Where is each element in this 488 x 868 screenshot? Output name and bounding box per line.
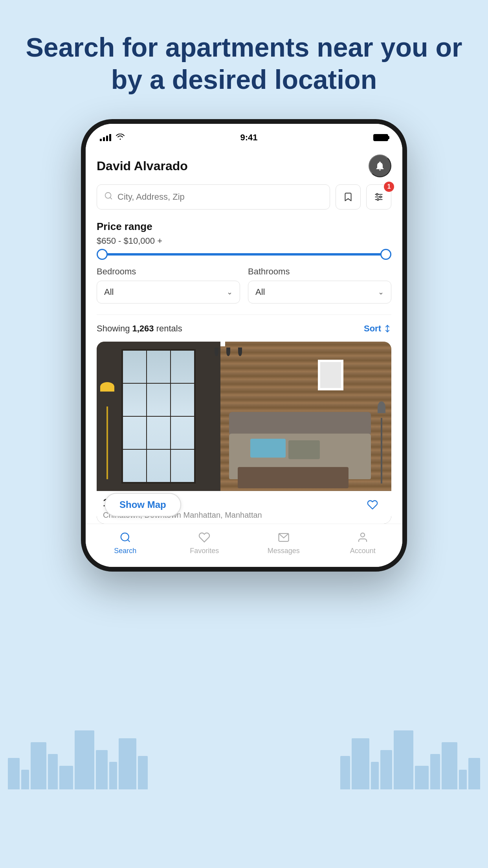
bedrooms-value: All: [104, 287, 114, 297]
wall-decor-2: [318, 360, 343, 390]
wall-decor-1: [220, 342, 225, 346]
property-card[interactable]: Show Map 1 Astor Place Chinatown, Downto…: [97, 342, 391, 524]
bathrooms-select[interactable]: All ⌄: [248, 281, 391, 303]
bathrooms-filter: Bathrooms All ⌄: [248, 267, 391, 303]
show-map-button[interactable]: Show Map: [105, 493, 181, 517]
wifi-icon: [116, 134, 125, 142]
search-input-wrap[interactable]: [97, 184, 330, 210]
listings-count: 1,263: [132, 324, 154, 333]
favorite-button[interactable]: [361, 494, 383, 516]
showing-row: Showing 1,263 rentals Sort: [97, 324, 391, 334]
filter-row: Bedrooms All ⌄ Bathrooms All ⌄: [97, 267, 391, 303]
messages-nav-icon: [277, 530, 291, 544]
nav-item-favorites[interactable]: Favorites: [165, 530, 244, 555]
battery-icon: [373, 134, 388, 141]
account-nav-icon: [356, 530, 370, 544]
search-nav-icon: [118, 530, 132, 544]
phone-frame: 9:41 David Alvarado: [81, 119, 407, 572]
svg-point-12: [361, 533, 365, 537]
price-slider[interactable]: [97, 253, 391, 256]
nav-item-messages[interactable]: Messages: [244, 530, 323, 555]
svg-point-6: [380, 196, 381, 198]
status-time: 9:41: [240, 132, 257, 143]
showing-text: Showing 1,263 rentals: [97, 324, 182, 334]
slider-thumb-min[interactable]: [97, 249, 108, 260]
status-bar: 9:41: [86, 124, 402, 147]
favorites-nav-label: Favorites: [190, 547, 219, 555]
price-range-value: $650 - $10,000 +: [97, 236, 391, 246]
bedrooms-select[interactable]: All ⌄: [97, 281, 240, 303]
svg-point-5: [376, 194, 378, 195]
signal-icon: [100, 134, 111, 141]
notification-button[interactable]: [369, 154, 391, 177]
app-header: David Alvarado: [97, 147, 391, 184]
search-row: 1: [97, 184, 391, 210]
user-name: David Alvarado: [97, 159, 188, 173]
messages-nav-label: Messages: [268, 547, 300, 555]
status-left: [100, 134, 125, 142]
bathrooms-value: All: [255, 287, 265, 297]
saved-searches-button[interactable]: [336, 184, 361, 210]
favorites-nav-icon: [197, 530, 211, 544]
svg-line-10: [128, 540, 130, 542]
property-card-overlay: Show Map: [97, 486, 391, 524]
page-headline: Search for apartments near you or by a d…: [0, 0, 488, 115]
nav-item-account[interactable]: Account: [323, 530, 403, 555]
account-nav-label: Account: [350, 547, 376, 555]
search-icon: [104, 191, 113, 202]
sort-label: Sort: [364, 324, 381, 334]
bedrooms-filter: Bedrooms All ⌄: [97, 267, 240, 303]
phone-screen: 9:41 David Alvarado: [86, 124, 402, 567]
price-range-label: Price range: [97, 221, 391, 233]
svg-point-7: [377, 199, 379, 200]
bedrooms-label: Bedrooms: [97, 267, 240, 277]
sort-button[interactable]: Sort: [364, 324, 391, 334]
filter-button[interactable]: 1: [366, 184, 391, 210]
property-image: [97, 342, 391, 491]
bottom-nav: Search Favorites Messages: [86, 524, 402, 567]
svg-line-1: [110, 197, 112, 199]
bathrooms-label: Bathrooms: [248, 267, 391, 277]
filter-badge: 1: [384, 182, 394, 192]
price-range-section: Price range $650 - $10,000 +: [97, 221, 391, 256]
skyline-decoration: [0, 632, 488, 789]
search-nav-label: Search: [114, 547, 136, 555]
app-content: David Alvarado: [86, 147, 402, 524]
section-divider: [97, 314, 391, 315]
bedrooms-chevron: ⌄: [227, 288, 233, 296]
svg-point-9: [121, 533, 129, 541]
search-input[interactable]: [117, 192, 323, 202]
bathrooms-chevron: ⌄: [378, 288, 384, 296]
nav-item-search[interactable]: Search: [86, 530, 165, 555]
slider-thumb-max[interactable]: [380, 249, 391, 260]
